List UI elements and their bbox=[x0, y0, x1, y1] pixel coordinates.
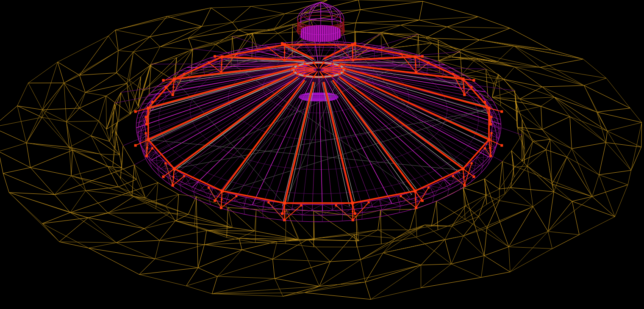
wireframe-3d-canvas[interactable] bbox=[0, 0, 644, 309]
wireframe-viewport bbox=[0, 0, 644, 309]
